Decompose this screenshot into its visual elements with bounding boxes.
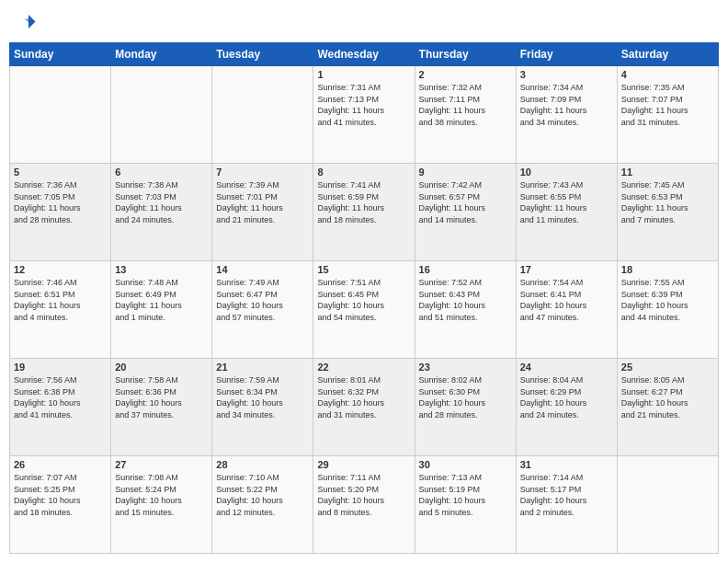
logo [9,9,40,37]
day-cell [617,456,718,554]
logo-icon [9,9,37,37]
day-info: Sunrise: 7:10 AM Sunset: 5:22 PM Dayligh… [216,472,309,518]
day-cell: 24Sunrise: 8:04 AM Sunset: 6:29 PM Dayli… [516,359,617,456]
day-cell: 22Sunrise: 8:01 AM Sunset: 6:32 PM Dayli… [313,359,415,456]
day-number: 22 [317,362,410,373]
day-header-friday: Friday [516,43,617,66]
day-info: Sunrise: 7:35 AM Sunset: 7:07 PM Dayligh… [621,82,714,128]
day-cell: 20Sunrise: 7:58 AM Sunset: 6:36 PM Dayli… [111,359,212,456]
day-cell: 2Sunrise: 7:32 AM Sunset: 7:11 PM Daylig… [415,66,516,164]
day-number: 15 [317,264,410,275]
day-info: Sunrise: 7:42 AM Sunset: 6:57 PM Dayligh… [419,179,512,225]
day-number: 24 [520,362,613,373]
day-number: 25 [621,362,714,373]
day-info: Sunrise: 8:05 AM Sunset: 6:27 PM Dayligh… [621,374,714,420]
day-cell: 4Sunrise: 7:35 AM Sunset: 7:07 PM Daylig… [617,66,718,164]
day-cell: 11Sunrise: 7:45 AM Sunset: 6:53 PM Dayli… [617,164,718,261]
day-info: Sunrise: 7:07 AM Sunset: 5:25 PM Dayligh… [14,472,107,518]
day-header-thursday: Thursday [415,43,516,66]
day-header-monday: Monday [111,43,212,66]
day-info: Sunrise: 7:13 AM Sunset: 5:19 PM Dayligh… [419,472,512,518]
day-number: 18 [621,264,714,275]
day-number: 26 [14,459,107,470]
day-info: Sunrise: 7:41 AM Sunset: 6:59 PM Dayligh… [317,179,410,225]
day-number: 1 [317,69,410,80]
day-number: 10 [520,167,613,178]
day-cell: 14Sunrise: 7:49 AM Sunset: 6:47 PM Dayli… [212,261,313,359]
day-cell: 13Sunrise: 7:48 AM Sunset: 6:49 PM Dayli… [111,261,212,359]
day-info: Sunrise: 8:02 AM Sunset: 6:30 PM Dayligh… [419,374,512,420]
day-cell: 27Sunrise: 7:08 AM Sunset: 5:24 PM Dayli… [111,456,212,554]
day-info: Sunrise: 7:11 AM Sunset: 5:20 PM Dayligh… [317,472,410,518]
day-number: 12 [14,264,107,275]
day-cell: 3Sunrise: 7:34 AM Sunset: 7:09 PM Daylig… [516,66,617,164]
day-number: 30 [419,459,512,470]
day-number: 29 [317,459,410,470]
day-cell: 8Sunrise: 7:41 AM Sunset: 6:59 PM Daylig… [313,164,415,261]
day-number: 27 [115,459,208,470]
day-info: Sunrise: 7:34 AM Sunset: 7:09 PM Dayligh… [520,82,613,128]
day-cell: 7Sunrise: 7:39 AM Sunset: 7:01 PM Daylig… [212,164,313,261]
day-number: 11 [621,167,714,178]
day-number: 8 [317,167,410,178]
day-info: Sunrise: 7:49 AM Sunset: 6:47 PM Dayligh… [216,277,309,323]
calendar-body: 1Sunrise: 7:31 AM Sunset: 7:13 PM Daylig… [10,66,719,554]
day-number: 16 [419,264,512,275]
day-number: 20 [115,362,208,373]
week-row-2: 5Sunrise: 7:36 AM Sunset: 7:05 PM Daylig… [10,164,719,261]
day-info: Sunrise: 7:56 AM Sunset: 6:38 PM Dayligh… [14,374,107,420]
day-cell: 12Sunrise: 7:46 AM Sunset: 6:51 PM Dayli… [10,261,111,359]
day-info: Sunrise: 7:48 AM Sunset: 6:49 PM Dayligh… [115,277,208,323]
day-cell [212,66,313,164]
day-number: 17 [520,264,613,275]
day-cell: 9Sunrise: 7:42 AM Sunset: 6:57 PM Daylig… [415,164,516,261]
day-number: 9 [419,167,512,178]
day-info: Sunrise: 7:32 AM Sunset: 7:11 PM Dayligh… [419,82,512,128]
day-number: 3 [520,69,613,80]
day-number: 31 [520,459,613,470]
day-cell: 31Sunrise: 7:14 AM Sunset: 5:17 PM Dayli… [516,456,617,554]
day-cell: 15Sunrise: 7:51 AM Sunset: 6:45 PM Dayli… [313,261,415,359]
day-cell: 18Sunrise: 7:55 AM Sunset: 6:39 PM Dayli… [617,261,718,359]
day-info: Sunrise: 7:43 AM Sunset: 6:55 PM Dayligh… [520,179,613,225]
day-header-tuesday: Tuesday [212,43,313,66]
week-row-5: 26Sunrise: 7:07 AM Sunset: 5:25 PM Dayli… [10,456,719,554]
day-info: Sunrise: 7:36 AM Sunset: 7:05 PM Dayligh… [14,179,107,225]
day-info: Sunrise: 8:01 AM Sunset: 6:32 PM Dayligh… [317,374,410,420]
day-info: Sunrise: 7:51 AM Sunset: 6:45 PM Dayligh… [317,277,410,323]
day-number: 19 [14,362,107,373]
day-number: 6 [115,167,208,178]
day-info: Sunrise: 7:58 AM Sunset: 6:36 PM Dayligh… [115,374,208,420]
day-cell: 19Sunrise: 7:56 AM Sunset: 6:38 PM Dayli… [10,359,111,456]
week-row-4: 19Sunrise: 7:56 AM Sunset: 6:38 PM Dayli… [10,359,719,456]
day-cell: 29Sunrise: 7:11 AM Sunset: 5:20 PM Dayli… [313,456,415,554]
day-cell: 6Sunrise: 7:38 AM Sunset: 7:03 PM Daylig… [111,164,212,261]
page: SundayMondayTuesdayWednesdayThursdayFrid… [0,0,728,563]
day-info: Sunrise: 7:59 AM Sunset: 6:34 PM Dayligh… [216,374,309,420]
day-header-saturday: Saturday [617,43,718,66]
day-info: Sunrise: 7:39 AM Sunset: 7:01 PM Dayligh… [216,179,309,225]
day-cell [111,66,212,164]
day-number: 21 [216,362,309,373]
day-cell: 21Sunrise: 7:59 AM Sunset: 6:34 PM Dayli… [212,359,313,456]
day-info: Sunrise: 7:45 AM Sunset: 6:53 PM Dayligh… [621,179,714,225]
day-info: Sunrise: 7:08 AM Sunset: 5:24 PM Dayligh… [115,472,208,518]
day-number: 14 [216,264,309,275]
day-cell: 5Sunrise: 7:36 AM Sunset: 7:05 PM Daylig… [10,164,111,261]
day-number: 4 [621,69,714,80]
day-info: Sunrise: 8:04 AM Sunset: 6:29 PM Dayligh… [520,374,613,420]
day-info: Sunrise: 7:46 AM Sunset: 6:51 PM Dayligh… [14,277,107,323]
day-info: Sunrise: 7:38 AM Sunset: 7:03 PM Dayligh… [115,179,208,225]
day-cell: 26Sunrise: 7:07 AM Sunset: 5:25 PM Dayli… [10,456,111,554]
day-info: Sunrise: 7:52 AM Sunset: 6:43 PM Dayligh… [419,277,512,323]
day-cell: 30Sunrise: 7:13 AM Sunset: 5:19 PM Dayli… [415,456,516,554]
day-info: Sunrise: 7:55 AM Sunset: 6:39 PM Dayligh… [621,277,714,323]
day-cell: 28Sunrise: 7:10 AM Sunset: 5:22 PM Dayli… [212,456,313,554]
day-cell: 1Sunrise: 7:31 AM Sunset: 7:13 PM Daylig… [313,66,415,164]
day-number: 5 [14,167,107,178]
day-number: 23 [419,362,512,373]
day-cell: 10Sunrise: 7:43 AM Sunset: 6:55 PM Dayli… [516,164,617,261]
day-cell: 17Sunrise: 7:54 AM Sunset: 6:41 PM Dayli… [516,261,617,359]
week-row-1: 1Sunrise: 7:31 AM Sunset: 7:13 PM Daylig… [10,66,719,164]
day-cell [10,66,111,164]
